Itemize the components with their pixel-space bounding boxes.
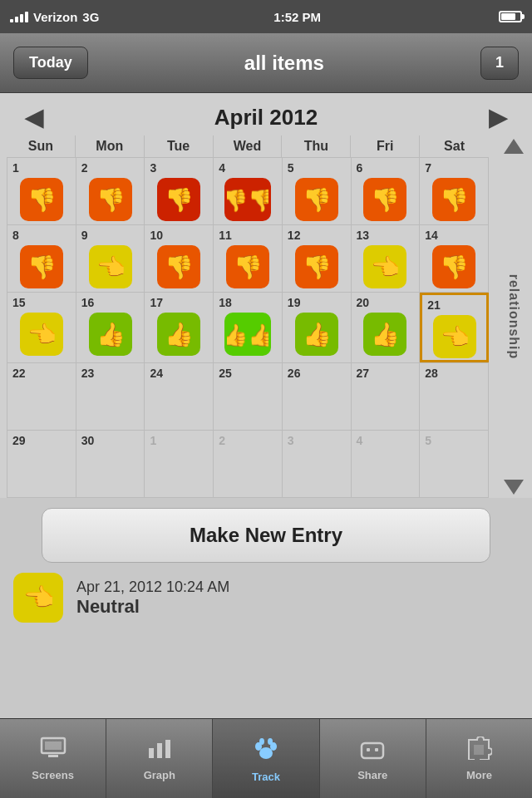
day-header-sun: Sun [7, 135, 76, 157]
thumb-icon-apr10: 👎 [157, 245, 200, 288]
cal-cell-may3[interactable]: 3 [283, 431, 352, 497]
cal-cell-may2[interactable]: 2 [214, 431, 283, 497]
cal-cell-may5[interactable]: 5 [420, 431, 489, 497]
cal-cell-apr5[interactable]: 5 👎 [283, 158, 352, 224]
cal-cell-apr24[interactable]: 24 [145, 363, 214, 430]
cal-cell-apr12[interactable]: 12 👎 [283, 225, 352, 292]
cal-cell-apr2[interactable]: 2 👎 [76, 158, 145, 224]
svg-rect-34 [367, 748, 370, 751]
carrier-label: Verizon [33, 10, 77, 24]
entry-date: Apr 21, 2012 10:24 AM [76, 579, 229, 596]
svg-rect-26 [157, 743, 162, 758]
svg-text:👎: 👎 [165, 186, 194, 214]
cal-cell-apr15[interactable]: 15 👈 [7, 293, 76, 362]
more-icon [466, 736, 492, 766]
thumb-icon-apr13: 👈 [363, 245, 406, 288]
svg-text:👎: 👎 [233, 254, 262, 281]
cal-cell-apr13[interactable]: 13 👈 [352, 225, 421, 292]
svg-text:👈: 👈 [23, 583, 55, 613]
cal-cell-apr25[interactable]: 25 [214, 363, 283, 430]
next-month-button[interactable]: ▶ [489, 104, 507, 131]
cal-cell-may4[interactable]: 4 [352, 431, 421, 497]
cal-cell-apr19[interactable]: 19 👍 [283, 293, 352, 362]
badge-count: 1 [480, 47, 519, 80]
svg-text:👎: 👎 [371, 186, 400, 214]
cal-cell-apr16[interactable]: 16 👍 [76, 293, 145, 362]
graph-icon [146, 736, 173, 766]
svg-text:👈: 👈 [440, 323, 469, 351]
tab-more[interactable]: More [426, 719, 532, 798]
scroll-down-arrow[interactable] [504, 480, 524, 495]
cal-cell-may1[interactable]: 1 [145, 431, 214, 497]
svg-point-28 [259, 747, 273, 759]
cal-cell-apr28[interactable]: 28 [420, 363, 489, 430]
tab-track[interactable]: Track [213, 719, 319, 798]
svg-text:👎: 👎 [302, 254, 331, 281]
svg-rect-27 [165, 740, 170, 758]
thumb-icon-apr11: 👎 [226, 245, 269, 288]
tab-screens[interactable]: Screens [0, 719, 106, 798]
thumb-icon-apr20: 👍 [363, 313, 406, 356]
cal-row-2: 8 👎 9 👈 10 👎 [7, 225, 489, 293]
calendar-area: ◀ April 2012 ▶ Sun Mon Tue Wed Thu Fri S… [0, 93, 532, 498]
cal-cell-apr4[interactable]: 4 👎👎 [214, 158, 283, 224]
cal-cell-apr11[interactable]: 11 👎 [214, 225, 283, 292]
cal-cell-apr3[interactable]: 3 👎 [145, 158, 214, 224]
cal-cell-apr9[interactable]: 9 👈 [76, 225, 145, 292]
make-entry-button[interactable]: Make New Entry [42, 508, 490, 563]
thumb-icon-apr5: 👎 [295, 178, 338, 221]
tab-share[interactable]: Share [320, 719, 426, 798]
svg-text:👎👎: 👎👎 [227, 187, 268, 214]
calendar-grid: 1 👎 2 👎 3 👎 [7, 157, 489, 498]
svg-text:👈: 👈 [96, 254, 125, 281]
thumb-icon-apr8: 👎 [20, 245, 63, 288]
cal-cell-apr6[interactable]: 6 👎 [352, 158, 421, 224]
cal-cell-apr7[interactable]: 7 👎 [420, 158, 489, 224]
cal-cell-apr17[interactable]: 17 👍 [145, 293, 214, 362]
cal-cell-apr1[interactable]: 1 👎 [7, 158, 76, 224]
thumb-icon-apr21: 👈 [433, 315, 476, 358]
tab-more-label: More [466, 769, 492, 781]
svg-rect-24 [48, 755, 58, 757]
battery-icon [499, 11, 522, 22]
cal-cell-apr8[interactable]: 8 👎 [7, 225, 76, 292]
cal-cell-apr30[interactable]: 30 [76, 431, 145, 497]
thumb-icon-apr6: 👎 [363, 178, 406, 221]
relationship-label: relationship [506, 274, 521, 360]
cal-cell-apr29[interactable]: 29 [7, 431, 76, 497]
entry-thumb-icon: 👈 [13, 573, 63, 623]
signal-icon [10, 12, 28, 22]
cal-cell-apr27[interactable]: 27 [352, 363, 421, 430]
nav-bar: Today all items 1 [0, 33, 532, 93]
tab-screens-label: Screens [32, 769, 74, 781]
svg-text:👍: 👍 [165, 321, 194, 348]
cal-cell-apr18[interactable]: 18 👍👍 [214, 293, 283, 362]
cal-cell-apr14[interactable]: 14 👎 [420, 225, 489, 292]
thumb-icon-apr15: 👈 [20, 313, 63, 356]
svg-text:👎: 👎 [440, 186, 469, 214]
svg-rect-25 [149, 748, 154, 758]
svg-rect-33 [362, 743, 383, 758]
tab-share-label: Share [357, 769, 387, 781]
cal-cell-apr10[interactable]: 10 👎 [145, 225, 214, 292]
tab-track-label: Track [252, 771, 280, 783]
cal-cell-apr21[interactable]: 21 👈 [420, 293, 489, 362]
share-icon [359, 736, 386, 766]
track-icon [252, 735, 280, 767]
cal-row-1: 1 👎 2 👎 3 👎 [7, 158, 489, 225]
tab-graph[interactable]: Graph [106, 719, 213, 798]
svg-text:👎: 👎 [96, 186, 125, 214]
cal-cell-apr26[interactable]: 26 [283, 363, 352, 430]
clock: 1:52 PM [273, 10, 321, 24]
today-button[interactable]: Today [13, 47, 88, 79]
cal-row-5: 29 30 1 2 3 4 [7, 431, 489, 498]
cal-cell-apr22[interactable]: 22 [7, 363, 76, 430]
day-header-tue: Tue [145, 135, 214, 157]
scroll-up-arrow[interactable] [504, 139, 524, 154]
svg-rect-23 [45, 741, 62, 750]
prev-month-button[interactable]: ◀ [25, 104, 43, 131]
month-title: April 2012 [214, 105, 318, 131]
cal-row-4: 22 23 24 25 26 27 [7, 363, 489, 431]
cal-cell-apr23[interactable]: 23 [76, 363, 145, 430]
cal-cell-apr20[interactable]: 20 👍 [352, 293, 421, 362]
